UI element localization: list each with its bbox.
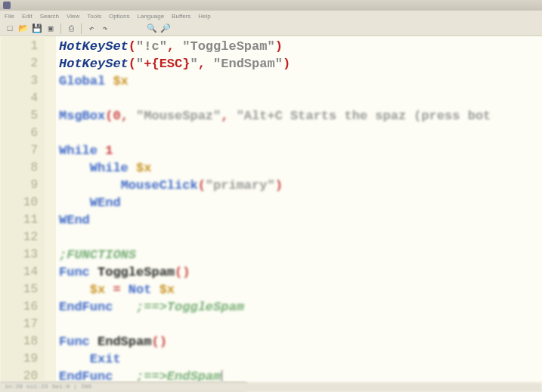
token: ) (283, 57, 290, 71)
token: = (113, 282, 120, 297)
line-number-gutter[interactable]: 1234567891011121314151617181920 (0, 36, 45, 381)
menu-edit[interactable]: Edit (22, 13, 33, 20)
token (175, 39, 182, 54)
code-line[interactable]: MsgBox(0, "MouseSpaz", "Alt+C Starts the… (59, 107, 542, 125)
code-line[interactable]: Func ToggleSpam() (59, 264, 542, 281)
token: $x (136, 161, 151, 175)
line-number: 4 (0, 90, 38, 107)
redo-icon[interactable]: ↷ (100, 23, 110, 34)
token (129, 109, 136, 123)
code-line[interactable]: Exit (59, 350, 542, 368)
token: " (136, 57, 144, 71)
token (59, 178, 121, 193)
editor: 1234567891011121314151617181920 HotKeySe… (0, 36, 542, 381)
menu-help[interactable]: Help (198, 13, 210, 20)
line-number: 18 (0, 333, 38, 350)
code-line[interactable]: MouseClick("primary") (59, 177, 542, 194)
token: () (151, 335, 166, 349)
token: , (167, 39, 175, 54)
code-line[interactable]: WEnd (59, 194, 542, 211)
token: , (221, 109, 228, 123)
token: "Alt+C Starts the spaz (press bot (237, 109, 491, 123)
token: Exit (90, 352, 121, 366)
token (206, 57, 213, 71)
code-line[interactable] (59, 229, 542, 246)
token (59, 196, 90, 210)
token: Not (129, 282, 160, 297)
menu-search[interactable]: Search (40, 13, 59, 20)
menu-language[interactable]: Language (138, 13, 165, 20)
code-line[interactable]: While 1 (59, 142, 542, 159)
token (121, 282, 129, 297)
line-number: 3 (0, 73, 38, 90)
menubar[interactable]: FileEditSearchViewToolsOptionsLanguageBu… (0, 11, 542, 21)
menu-buffers[interactable]: Buffers (172, 13, 190, 20)
line-number: 6 (0, 125, 38, 142)
menu-options[interactable]: Options (109, 13, 130, 20)
code-line[interactable]: Func EndSpam() (59, 333, 542, 350)
save-file-icon[interactable]: 💾 (32, 23, 42, 34)
token: Func (59, 335, 98, 349)
line-number: 11 (0, 211, 38, 229)
line-number: 17 (0, 316, 38, 333)
token: MouseClick (121, 178, 198, 193)
toolbar: □ 📂 💾 ▣ ⎙ ↶ ↷ 🔍 🔎 (0, 21, 542, 36)
code-line[interactable]: EndFunc ;==>ToggleSpam (59, 298, 542, 316)
code-line[interactable] (59, 316, 542, 333)
code-line[interactable]: HotKeySet("!c", "ToggleSpam") (59, 38, 542, 55)
code-line[interactable]: Global $x (59, 73, 542, 90)
line-number: 16 (0, 298, 38, 316)
token (59, 282, 90, 297)
zoom-out-icon[interactable]: 🔎 (160, 23, 171, 34)
line-number: 7 (0, 142, 38, 159)
token: ( (129, 57, 136, 71)
token: ToggleSpam (98, 265, 175, 279)
open-file-icon[interactable]: 📂 (18, 23, 29, 34)
token: () (175, 265, 190, 279)
token: EndFunc (59, 369, 113, 381)
line-number: 1 (0, 38, 38, 55)
token: $x (113, 74, 128, 88)
code-line[interactable]: $x = Not $x (59, 281, 542, 298)
menu-view[interactable]: View (67, 13, 79, 20)
menu-tools[interactable]: Tools (87, 13, 101, 20)
token: $x (90, 282, 105, 297)
token: +{ESC} (144, 57, 190, 71)
token: "EndSpam" (213, 57, 283, 71)
token: WEnd (90, 196, 121, 210)
code-line[interactable] (59, 125, 542, 142)
token: HotKeySet (59, 57, 129, 71)
undo-icon[interactable]: ↶ (86, 23, 97, 34)
line-number: 12 (0, 229, 38, 246)
print-icon[interactable]: ⎙ (66, 23, 76, 34)
token: "MouseSpaz" (136, 109, 221, 123)
token: 1 (105, 144, 113, 158)
saveall-icon[interactable]: ▣ (45, 23, 56, 34)
menu-file[interactable]: File (5, 13, 14, 20)
token (113, 369, 136, 381)
code-line[interactable] (59, 90, 542, 107)
code-line[interactable]: HotKeySet("+{ESC}", "EndSpam") (59, 55, 542, 73)
code-line[interactable]: ;FUNCTIONS (59, 246, 542, 264)
token (113, 300, 136, 314)
token: ( (105, 109, 113, 123)
code-line[interactable]: WEnd (59, 211, 542, 229)
line-number: 8 (0, 159, 38, 177)
zoom-in-icon[interactable]: 🔍 (147, 23, 157, 34)
code-area[interactable]: HotKeySet("!c", "ToggleSpam")HotKeySet("… (45, 36, 542, 381)
status-text: ln:20 col:23 Sel:0 | INS (5, 383, 91, 390)
toolbar-separator (60, 23, 61, 34)
code-line[interactable]: EndFunc ;==>EndSpam (59, 368, 542, 381)
code-line[interactable]: While $x (59, 159, 542, 177)
token: ( (129, 39, 136, 54)
token: HotKeySet (59, 39, 129, 54)
titlebar[interactable] (0, 0, 542, 11)
line-number: 2 (0, 55, 38, 73)
line-number: 10 (0, 194, 38, 211)
text-caret (221, 370, 222, 381)
token: $x (160, 282, 175, 297)
new-file-icon[interactable]: □ (5, 23, 15, 34)
token: "ToggleSpam" (182, 39, 274, 54)
token: While (59, 144, 105, 158)
token (59, 352, 90, 366)
